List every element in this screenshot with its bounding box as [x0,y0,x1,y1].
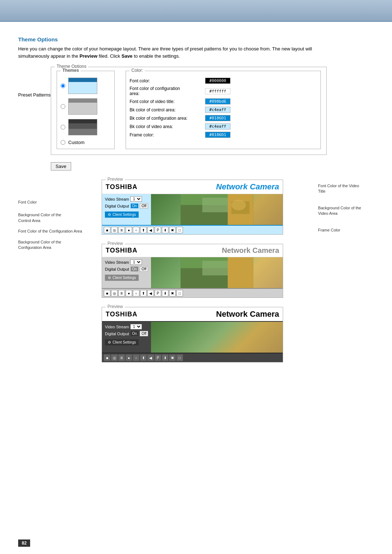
tb3-icon-5[interactable]: ○ [133,354,139,361]
tb2-icon-7[interactable]: ◀ [147,290,154,296]
color-value-2[interactable]: #098bd6 [205,98,230,104]
tb-icon-1[interactable]: ■ [104,227,110,233]
tb2-icon-11[interactable]: □ [176,290,183,296]
tb2-icon-10[interactable]: ✖ [169,290,176,296]
preview2-header: TOSHIBA Network Camera [102,244,283,257]
preview2-vs-select[interactable]: 1 [130,259,142,265]
tb2-icon-4[interactable]: ● [126,290,132,296]
theme-option-3[interactable] [61,119,111,135]
ann-font-color: Font Color [18,200,82,205]
tp3-top [69,119,97,123]
preview1-right [151,194,283,225]
ann-font-video-title: Font Color of the VideoTitle [318,183,361,194]
tb-icon-8[interactable]: P [155,227,161,233]
preview2-cs-label: Client Settings [113,276,136,280]
color-label-6: Frame color: [130,132,202,138]
preview3-toolbar: ■ ◎ ⏸ ● ○ ⬆ ◀ P ⬇ ✖ □ [102,353,283,362]
preview3-on-btn[interactable]: On [131,331,138,336]
color-value-6[interactable]: #0186D1 [205,132,230,138]
ann-bg-control: Background Color of theControl Area [18,212,82,223]
tb3-icon-1[interactable]: ■ [104,354,110,361]
tb3-icon-3[interactable]: ⏸ [118,354,125,361]
theme-options-box: Theme Options Themes [51,67,327,155]
preview3-right [151,322,283,353]
theme-preview-3 [68,119,97,135]
svg-rect-8 [203,261,232,275]
preview1-client-settings[interactable]: ⚙ Client Settings [105,212,139,218]
tb3-icon-10[interactable]: ✖ [169,354,176,361]
tb3-icon-6[interactable]: ⬆ [140,354,147,361]
color-value-1[interactable]: #ffffff [205,88,230,94]
preview3-off-btn[interactable]: Off [140,331,148,336]
main-content: Theme Options Here you can change the co… [0,22,392,393]
preview1-vs-select[interactable]: 1 [130,196,142,202]
save-button[interactable]: Save [51,162,71,171]
preset-patterns-label: Preset Patterns [18,92,51,98]
tb2-icon-2[interactable]: ◎ [111,290,118,296]
preview3-video-stream-row: Video Stream 1 [105,324,148,329]
theme-radio-3[interactable] [61,125,65,130]
preview1-off-btn[interactable]: Off [140,203,148,209]
color-value-3[interactable]: #c4eaff [205,107,230,113]
tb-icon-3[interactable]: ⏸ [118,227,125,233]
tp3-mid [69,123,97,128]
preview2-client-settings[interactable]: ⚙ Client Settings [105,275,139,281]
themes-column: Themes [57,71,115,149]
tb-icon-6[interactable]: ⬆ [140,227,147,233]
tb-icon-10[interactable]: ✖ [169,227,176,233]
preview2-body: Video Stream 1 Digital Output On Off ⚙ C… [102,257,283,288]
tb-icon-2[interactable]: ◎ [111,227,118,233]
tb2-icon-3[interactable]: ⏸ [118,290,125,296]
preview3-vs-label: Video Stream [105,325,129,329]
tp1-mid [69,82,97,87]
tb2-icon-8[interactable]: P [155,290,161,296]
preview2-off-btn[interactable]: Off [140,266,148,272]
tb2-icon-6[interactable]: ⬆ [140,290,147,296]
color-value-0[interactable]: #000000 [205,78,230,84]
preview3-body: Video Stream 1 Digital Output On Off ⚙ C… [102,322,283,353]
tb3-icon-9[interactable]: ⬇ [162,354,168,361]
desc-text2: filed. Click [97,53,121,59]
color-label-5: Bk color of video area: [130,124,202,129]
tb-icon-4[interactable]: ● [126,227,132,233]
preview3-left: Video Stream 1 Digital Output On Off ⚙ C… [102,322,151,353]
ann-frame-color: Frame Color [318,227,361,233]
ann-bg-video: Background Color of theVideo Area [318,205,361,217]
tb3-icon-8[interactable]: P [155,354,161,361]
tb2-icon-9[interactable]: ⬇ [162,290,168,296]
tb3-icon-7[interactable]: ◀ [147,354,154,361]
color-row-2: Font color of video title: #098bd6 [130,98,315,104]
page-number: 82 [18,539,30,547]
tb3-icon-11[interactable]: □ [176,354,183,361]
preview2-on-btn[interactable]: On [131,267,138,271]
color-row-3: Bk color of control area: #c4eaff [130,107,315,113]
theme-custom-option[interactable]: Custom [61,140,111,145]
tb2-icon-5[interactable]: ○ [133,290,139,296]
preview1-brand: TOSHIBA [106,183,138,191]
tb-icon-7[interactable]: ◀ [147,227,154,233]
preview1-do-label: Digital Output [105,204,129,208]
color-value-4[interactable]: #0186D1 [205,115,230,121]
preview3-vs-select[interactable]: 1 [130,324,142,329]
tb-icon-9[interactable]: ⬇ [162,227,168,233]
preview1-title: Network Camera [216,182,279,192]
themes-col-title: Themes [61,68,81,73]
preview3-client-settings[interactable]: ⚙ Client Settings [105,339,139,345]
color-col-title: Color: [130,68,145,73]
preview1-on-btn[interactable]: On [131,204,138,208]
preview2-digital-output-row: Digital Output On Off [105,266,148,272]
theme-option-1[interactable] [61,78,111,94]
preview1-left: Video Stream 1 Digital Output On Off ⚙ C… [102,194,151,225]
theme-radio-custom[interactable] [61,140,65,145]
tb3-icon-2[interactable]: ◎ [111,354,118,361]
preview2-do-label: Digital Output [105,267,129,271]
tb-icon-5[interactable]: ○ [133,227,139,233]
theme-radio-2[interactable] [61,104,65,109]
tb3-icon-4[interactable]: ● [126,354,132,361]
preview1-cs-label: Client Settings [113,213,136,217]
theme-option-2[interactable] [61,98,111,115]
tb2-icon-1[interactable]: ■ [104,290,110,296]
color-value-5[interactable]: #c4eaff [205,123,230,130]
theme-radio-1[interactable] [61,83,65,88]
tb-icon-11[interactable]: □ [176,227,183,233]
